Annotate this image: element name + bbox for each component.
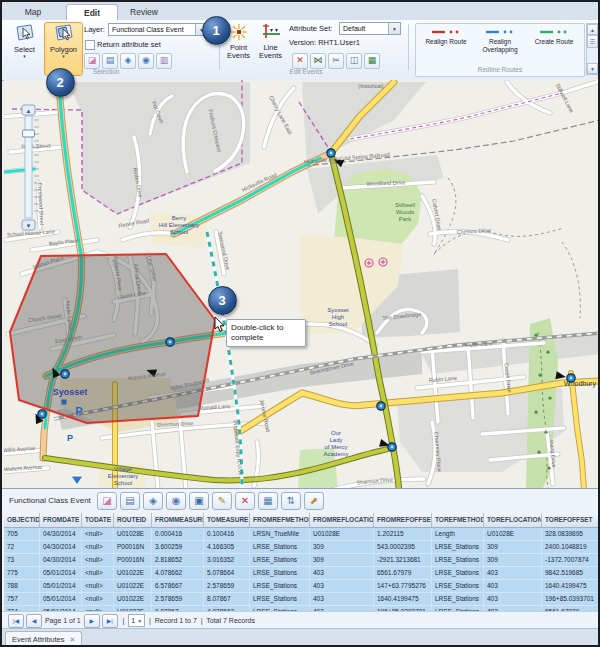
drawing-tooltip: Double-click to complete <box>226 319 306 347</box>
column-header[interactable]: FROMREFLOCATION <box>310 513 374 527</box>
attribute-set-label: Attribute Set: <box>289 24 332 33</box>
zoom-selection-icon[interactable]: ◈ <box>120 53 136 69</box>
tab-review[interactable]: Review <box>120 4 168 20</box>
redline-icon <box>431 28 461 36</box>
eraser-icon[interactable]: ◪ <box>84 53 100 69</box>
table-cell: 403 <box>484 567 542 579</box>
next-page-button[interactable]: ▶ <box>84 614 100 628</box>
table-cell: LRSE_Stations <box>250 554 310 566</box>
merge-events-icon[interactable]: ⋈ <box>310 53 326 69</box>
table-row[interactable]: 75705/01/2014<null>U01022E2.5786598.0786… <box>4 593 600 606</box>
sort-icon[interactable]: ⇅ <box>281 492 301 510</box>
table-cell: 2.578659 <box>204 580 250 592</box>
page-indicator: Page 1 of 1 <box>45 617 81 624</box>
edit-records-icon[interactable]: ✎ <box>212 492 232 510</box>
pan-selection-icon[interactable]: ◉ <box>138 53 154 69</box>
town-label: Woodbury <box>564 380 596 388</box>
column-header[interactable]: TODATE <box>82 513 114 527</box>
table-cell: LRSE_Stations <box>250 541 310 553</box>
table-cell: 328.0839895 <box>542 528 600 540</box>
table-row[interactable]: 70504/30/2014<null>U01028E0.0004160.1004… <box>4 528 600 541</box>
grid-icon[interactable]: ▦ <box>364 53 380 69</box>
parking-icon: P <box>75 405 82 417</box>
selection-polygon[interactable] <box>10 254 215 423</box>
attribute-window-icon[interactable]: ◫ <box>346 53 362 69</box>
table-cell: 05/01/2014 <box>40 580 82 592</box>
list-icon[interactable]: ▤ <box>102 53 118 69</box>
column-header[interactable]: FROMMEASURE <box>152 513 204 527</box>
pan-to-selected-icon[interactable]: ◉ <box>166 492 186 510</box>
close-tab-icon[interactable]: ✕ <box>70 636 76 643</box>
save-icon[interactable]: ▣ <box>189 492 209 510</box>
polygon-dropdown-caret[interactable]: ▾ <box>45 54 82 58</box>
table-cell: 403 <box>310 593 374 605</box>
delete-records-icon[interactable]: ✕ <box>235 492 255 510</box>
tab-map[interactable]: Map <box>14 4 52 20</box>
table-cell: 788 <box>4 580 40 592</box>
column-header[interactable]: TOREFMETHOD <box>432 513 484 527</box>
attribute-set-combo-arrow[interactable]: ▼ <box>388 23 400 34</box>
ribbon-scrollbar[interactable]: ▲ ☰ ▼ <box>586 23 599 75</box>
split-event-icon[interactable]: ✂ <box>328 53 344 69</box>
clear-selection-icon[interactable]: ◪ <box>97 492 117 510</box>
last-page-button[interactable]: ▶| <box>102 614 118 628</box>
zoom-to-selected-icon[interactable]: ◈ <box>143 492 163 510</box>
table-row[interactable]: 7304/30/2014<null>P00016N2.8186523.01635… <box>4 554 600 567</box>
record-range-label: Record 1 to 7 <box>155 617 197 624</box>
table-cell: P00016N <box>114 554 152 566</box>
tree-icon: ♣ <box>544 429 548 435</box>
table-cell: U01022E <box>114 593 152 605</box>
return-attribute-set-checkbox[interactable] <box>85 40 95 50</box>
create-route-button[interactable]: Create Route <box>530 28 578 68</box>
column-header[interactable]: TOMEASURE <box>204 513 250 527</box>
column-header[interactable]: ROUTEID <box>114 513 152 527</box>
column-header[interactable]: TOREFOFFSET <box>542 513 600 527</box>
selection-options-icon[interactable]: ▥ <box>156 53 172 69</box>
tab-edit[interactable]: Edit <box>66 4 118 21</box>
remove-event-icon[interactable]: ✕ <box>292 53 308 69</box>
redline-routes-group-label: Redline Routes <box>416 66 584 73</box>
prev-page-button[interactable]: ◀ <box>26 614 42 628</box>
table-cell: LRSE_Stations <box>432 554 484 566</box>
table-cell: 9842.519685 <box>542 567 600 579</box>
column-header[interactable]: TOREFLOCATION <box>484 513 542 527</box>
table-cell: 403 <box>484 593 542 605</box>
table-cell: 775 <box>4 567 40 579</box>
redline-icon <box>539 28 569 36</box>
scroll-thumb[interactable]: ☰ <box>587 35 598 48</box>
page-select[interactable]: 1 ▼ <box>128 614 145 627</box>
table-cell: 4.078662 <box>152 567 204 579</box>
attribute-list-icon[interactable]: ▤ <box>120 492 140 510</box>
tab-event-attributes[interactable]: Event Attributes✕ <box>5 631 82 647</box>
column-header[interactable]: FROMDATE <box>40 513 82 527</box>
callout-badge-2: 2 <box>46 68 75 97</box>
table-row[interactable]: 77505/01/2014<null>U01022E4.0786625.0786… <box>4 567 600 580</box>
table-cell: 5.078664 <box>204 567 250 579</box>
table-row[interactable]: 78805/01/2014<null>U01022E6.5786672.5786… <box>4 580 600 593</box>
first-page-button[interactable]: |◀ <box>8 614 24 628</box>
table-row[interactable]: 7204/30/2014<null>P00016N3.6002594.16630… <box>4 541 600 554</box>
table-cell: 2400.1048819 <box>542 541 600 553</box>
realign-overlapping-button[interactable]: Realign Overlapping <box>476 28 524 68</box>
export-icon[interactable]: ⬈ <box>304 492 324 510</box>
select-button[interactable]: Select ▾ <box>6 22 43 76</box>
select-dropdown-caret[interactable]: ▾ <box>7 54 42 58</box>
column-header[interactable]: OBJECTID <box>4 513 40 527</box>
table-cell: 0.000416 <box>152 528 204 540</box>
map-canvas[interactable]: ♣♣♣♣♣♣♣♣PP Arizona AvenueSherman DriveRo… <box>4 80 600 490</box>
table-cell: 05/01/2014 <box>40 593 82 605</box>
scroll-down-icon[interactable]: ▼ <box>587 63 598 74</box>
return-attribute-set-label: Return attribute set <box>97 40 161 49</box>
attribute-set-combobox[interactable]: Default ▼ <box>339 22 401 35</box>
table-options-icon[interactable]: ▦ <box>258 492 278 510</box>
table-cell: -1372.7007874 <box>542 554 600 566</box>
layer-combobox[interactable]: Functional Class Event ▼ <box>108 23 208 36</box>
point-events-icon <box>230 23 248 41</box>
realign-route-button[interactable]: Realign Route <box>422 28 470 68</box>
table-cell: 403 <box>310 580 374 592</box>
column-header[interactable]: FROMREFOFFSET <box>374 513 432 527</box>
table-cell: 309 <box>310 554 374 566</box>
table-cell: 309 <box>484 554 542 566</box>
scroll-up-icon[interactable]: ▲ <box>587 24 598 35</box>
column-header[interactable]: FROMREFMETHOD <box>250 513 310 527</box>
